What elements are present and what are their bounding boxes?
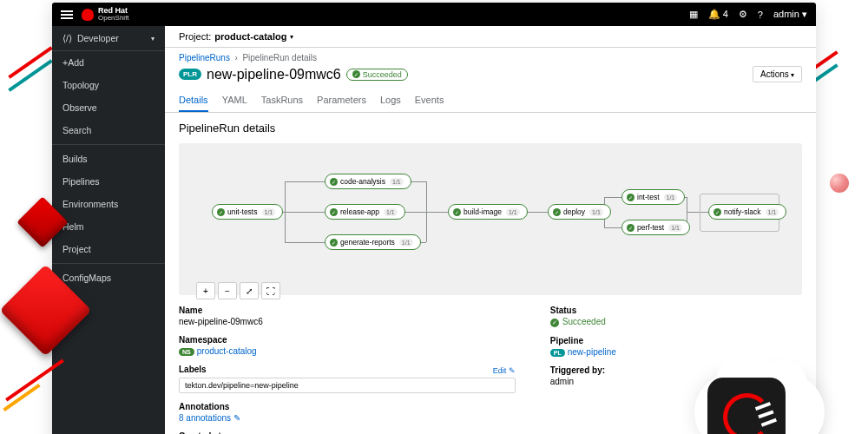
task-perf-test[interactable]: perf-test1/1 bbox=[621, 220, 690, 235]
app-launcher-icon[interactable]: ▦ bbox=[689, 9, 698, 20]
brand-logo: Red HatOpenShift bbox=[82, 7, 129, 22]
resource-badge: PLR bbox=[179, 69, 201, 80]
annotations-label: Annotations bbox=[179, 402, 516, 411]
tab-yaml[interactable]: YAML bbox=[222, 89, 247, 112]
notif-count: 4 bbox=[723, 9, 728, 19]
zoom-reset-button[interactable]: ⛶ bbox=[261, 282, 280, 299]
nav-environments[interactable]: Environments bbox=[52, 193, 165, 215]
user-menu[interactable]: admin ▾ bbox=[773, 9, 807, 20]
task-release-app[interactable]: release-app1/1 bbox=[325, 204, 405, 220]
zoom-out-button[interactable]: − bbox=[218, 282, 237, 299]
product-name: OpenShift bbox=[98, 15, 129, 22]
task-int-test[interactable]: int-test1/1 bbox=[621, 189, 685, 205]
actions-menu[interactable]: Actions bbox=[753, 66, 802, 82]
tab-details[interactable]: Details bbox=[179, 89, 208, 112]
status-value: Succeeded bbox=[550, 317, 802, 327]
nav-toggle-icon[interactable] bbox=[61, 10, 73, 19]
project-selector[interactable]: Project: product-catalog bbox=[165, 26, 816, 48]
task-code-analysis[interactable]: code-analysis1/1 bbox=[325, 174, 411, 189]
ns-badge: NS bbox=[179, 348, 194, 356]
page-title: new-pipeline-09mwc6 bbox=[207, 67, 341, 82]
tab-events[interactable]: Events bbox=[415, 89, 444, 112]
name-value: new-pipeline-09mwc6 bbox=[179, 317, 516, 326]
redhat-icon bbox=[82, 9, 94, 21]
masthead: Red HatOpenShift ▦ 🔔 4 ⚙ ? admin ▾ bbox=[52, 3, 816, 26]
namespace-label: Namespace bbox=[179, 335, 516, 345]
breadcrumb: PipelineRuns › PipelineRun details bbox=[165, 48, 816, 64]
nav-add[interactable]: +Add bbox=[52, 51, 165, 74]
status-label: Status bbox=[550, 306, 802, 315]
label-chip: tekton.dev/pipeline=new-pipeline bbox=[179, 378, 516, 393]
pipeline-visualization: unit-tests1/1 code-analysis1/1 release-a… bbox=[179, 143, 802, 295]
nav-pipelines[interactable]: Pipelines bbox=[52, 170, 165, 193]
nav-builds[interactable]: Builds bbox=[52, 148, 165, 170]
settings-icon[interactable]: ⚙ bbox=[739, 9, 747, 20]
section-heading: PipelineRun details bbox=[165, 113, 816, 140]
name-label: Name bbox=[179, 306, 516, 315]
task-notify-slack[interactable]: notify-slack1/1 bbox=[708, 204, 786, 220]
pipeline-label: Pipeline bbox=[550, 336, 802, 345]
zoom-in-button[interactable]: + bbox=[196, 282, 215, 299]
nav-project[interactable]: Project bbox=[52, 238, 165, 260]
decorative-sphere bbox=[830, 174, 849, 193]
namespace-link[interactable]: product-catalog bbox=[197, 346, 257, 356]
task-unit-tests[interactable]: unit-tests1/1 bbox=[212, 204, 283, 220]
nav-helm[interactable]: Helm bbox=[52, 215, 165, 238]
labels-label: Labels bbox=[179, 365, 207, 374]
help-icon[interactable]: ? bbox=[758, 10, 763, 20]
annotations-link[interactable]: 8 annotations ✎ bbox=[179, 413, 240, 423]
breadcrumb-current: PipelineRun details bbox=[242, 53, 317, 62]
nav-observe[interactable]: Observe bbox=[52, 96, 165, 119]
decorative-app-icon bbox=[707, 378, 786, 434]
pl-badge: PL bbox=[550, 349, 565, 357]
perspective-switcher[interactable]: ⟨/⟩Developer bbox=[52, 26, 165, 51]
tab-parameters[interactable]: Parameters bbox=[317, 89, 366, 112]
nav-search[interactable]: Search bbox=[52, 119, 165, 141]
task-deploy[interactable]: deploy1/1 bbox=[548, 204, 611, 220]
breadcrumb-parent[interactable]: PipelineRuns bbox=[179, 53, 230, 62]
sidebar: ⟨/⟩Developer +Add Topology Observe Searc… bbox=[52, 26, 165, 434]
pipeline-link[interactable]: new-pipeline bbox=[568, 347, 616, 357]
task-generate-reports[interactable]: generate-reports1/1 bbox=[325, 234, 421, 250]
nav-configmaps[interactable]: ConfigMaps bbox=[52, 266, 165, 289]
tab-bar: Details YAML TaskRuns Parameters Logs Ev… bbox=[165, 89, 816, 113]
tab-logs[interactable]: Logs bbox=[380, 89, 401, 112]
edit-labels-button[interactable]: Edit bbox=[493, 366, 516, 375]
zoom-fit-button[interactable]: ⤢ bbox=[240, 282, 259, 299]
tab-taskruns[interactable]: TaskRuns bbox=[261, 89, 303, 112]
task-build-image[interactable]: build-image1/1 bbox=[448, 204, 528, 220]
notifications-icon[interactable]: 🔔 4 bbox=[708, 9, 728, 20]
nav-topology[interactable]: Topology bbox=[52, 74, 165, 96]
status-badge: Succeeded bbox=[346, 69, 408, 81]
